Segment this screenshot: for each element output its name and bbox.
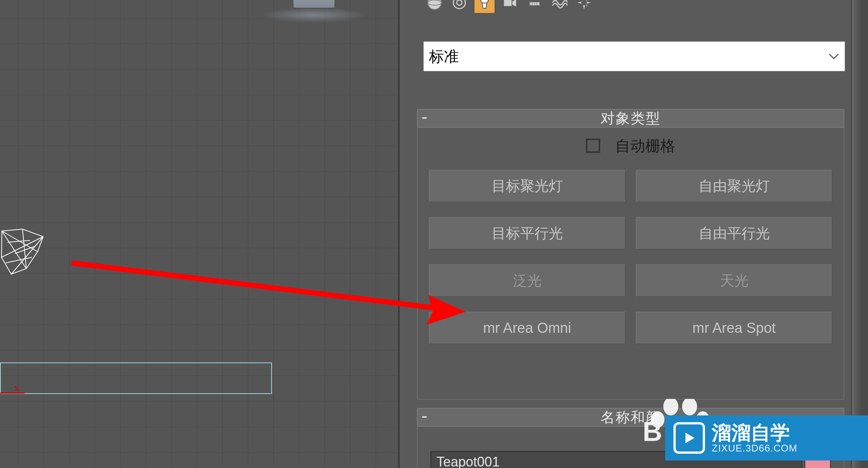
svg-marker-15 bbox=[583, 5, 585, 9]
geometry-category-icon[interactable] bbox=[424, 0, 445, 13]
object-type-rollout: - 对象类型 自动栅格 目标聚光灯 自由聚光灯 目标平行光 自由平行光 泛光 天… bbox=[417, 109, 844, 400]
auto-grid-checkbox[interactable] bbox=[586, 139, 600, 153]
target-spot-button[interactable]: 目标聚光灯 bbox=[429, 170, 625, 202]
panel-scrollbar[interactable] bbox=[851, 0, 862, 468]
dropdown-value: 标准 bbox=[429, 46, 828, 67]
svg-marker-14 bbox=[586, 2, 591, 4]
helpers-category-icon[interactable] bbox=[524, 0, 545, 13]
axis-x-line bbox=[0, 393, 24, 394]
skylight-button[interactable]: 天光 bbox=[636, 264, 832, 297]
svg-marker-19 bbox=[579, 4, 583, 8]
brand-title: 溜溜自学 bbox=[712, 423, 797, 443]
svg-marker-20 bbox=[579, 0, 583, 1]
mr-area-spot-button[interactable]: mr Area Spot bbox=[636, 312, 832, 344]
svg-point-2 bbox=[453, 0, 465, 9]
viewport-grid bbox=[0, 0, 398, 468]
viewport[interactable]: HU x bbox=[0, 0, 398, 468]
free-spot-button[interactable]: 自由聚光灯 bbox=[636, 170, 832, 202]
viewport-object-marker: HU bbox=[261, 0, 366, 19]
subcategory-dropdown[interactable]: 标准 bbox=[423, 41, 845, 71]
systems-category-icon[interactable] bbox=[574, 0, 594, 13]
svg-marker-16 bbox=[577, 2, 582, 4]
play-icon bbox=[673, 422, 705, 454]
svg-marker-17 bbox=[586, 0, 589, 1]
light-type-buttons: 目标聚光灯 自由聚光灯 目标平行光 自由平行光 泛光 天光 mr Area Om… bbox=[429, 170, 832, 344]
target-direct-button[interactable]: 目标平行光 bbox=[429, 217, 625, 249]
create-category-icons bbox=[424, 0, 594, 15]
axis-x-label: x bbox=[14, 382, 19, 393]
svg-rect-7 bbox=[504, 0, 512, 6]
viewcube-face[interactable]: HU bbox=[293, 0, 335, 8]
svg-marker-29 bbox=[685, 433, 694, 443]
auto-grid-label: 自动栅格 bbox=[615, 136, 675, 156]
cameras-category-icon[interactable] bbox=[500, 0, 520, 13]
object-type-title: 对象类型 bbox=[418, 109, 844, 128]
auto-grid-row: 自动栅格 bbox=[418, 135, 844, 156]
svg-marker-18 bbox=[586, 5, 589, 8]
free-direct-button[interactable]: 自由平行光 bbox=[636, 217, 832, 249]
brand-url: ZIXUE.3D66.COM bbox=[712, 443, 797, 453]
spacewarps-category-icon[interactable] bbox=[549, 0, 569, 13]
viewport-selection-rect bbox=[0, 362, 272, 394]
svg-point-3 bbox=[457, 0, 462, 5]
omni-button[interactable]: 泛光 bbox=[429, 264, 625, 297]
viewport-object-wireframe[interactable] bbox=[0, 227, 45, 278]
command-panel: 标准 - 对象类型 自动栅格 目标聚光灯 自由聚光灯 目标平行光 自由平行光 泛… bbox=[398, 0, 862, 468]
mr-area-omni-button[interactable]: mr Area Omni bbox=[429, 312, 625, 344]
chevron-down-icon bbox=[828, 51, 839, 62]
lights-category-icon[interactable] bbox=[474, 0, 495, 14]
shapes-category-icon[interactable] bbox=[449, 0, 469, 13]
svg-marker-13 bbox=[583, 0, 585, 0]
object-type-header[interactable]: - 对象类型 bbox=[417, 109, 844, 128]
brand-watermark: 溜溜自学 ZIXUE.3D66.COM bbox=[665, 415, 868, 460]
